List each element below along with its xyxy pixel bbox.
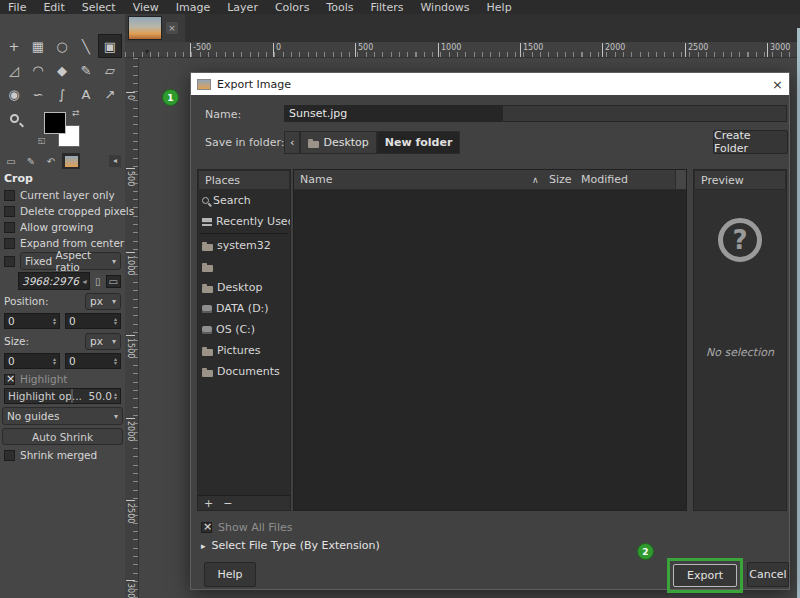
column-modified[interactable]: Modified [581, 173, 628, 186]
portrait-icon[interactable]: ▯ [95, 276, 101, 287]
checkbox[interactable] [4, 450, 15, 461]
option-current-layer-only[interactable]: Current layer only [0, 187, 125, 203]
tab-undo-history[interactable]: ↶ [42, 153, 60, 169]
zoom-tool[interactable] [2, 106, 26, 130]
landscape-icon[interactable]: ▭ [106, 275, 121, 288]
menu-select[interactable]: Select [82, 1, 116, 14]
menu-windows[interactable]: Windows [420, 1, 469, 14]
size-x-field[interactable]: 0 ▴▾ [4, 353, 60, 369]
close-icon[interactable]: × [772, 77, 783, 92]
file-list[interactable]: Name ∧ Size Modified [293, 169, 687, 511]
show-all-files-checkbox[interactable] [201, 522, 212, 533]
place-unnamed-folder[interactable] [198, 256, 290, 277]
place-documents[interactable]: Documents [198, 361, 290, 382]
breadcrumb-desktop-button[interactable]: Desktop [300, 131, 376, 154]
color-picker-tool[interactable]: ↗ [98, 82, 122, 106]
text-tool[interactable]: A [74, 82, 98, 106]
cancel-button[interactable]: Cancel [747, 562, 789, 587]
position-unit-dropdown[interactable]: px ▾ [85, 293, 121, 310]
spinner-icons[interactable]: ▴▾ [114, 357, 117, 365]
checkbox[interactable] [4, 190, 15, 201]
column-name[interactable]: Name [294, 173, 332, 186]
export-button[interactable]: Export [673, 564, 737, 587]
spinner-icons[interactable]: ▴▾ [114, 317, 117, 325]
places-header[interactable]: Places [198, 170, 290, 190]
smudge-tool[interactable]: ∽ [26, 82, 50, 106]
default-colors-icon[interactable]: ◱ [38, 136, 46, 145]
highlight-checkbox[interactable] [4, 374, 15, 385]
checkbox[interactable] [4, 206, 15, 217]
spinner-icons[interactable]: ▴▾ [114, 392, 117, 400]
move-tool[interactable]: + [2, 34, 26, 58]
tab-device-status[interactable]: ✎ [22, 153, 40, 169]
place-search[interactable]: Search [198, 190, 290, 211]
menu-help[interactable]: Help [487, 1, 512, 14]
dialog-title-bar[interactable]: Export Image × [191, 73, 789, 95]
tab-image-thumbnail[interactable] [62, 153, 80, 169]
swap-colors-icon[interactable]: ⇄ [72, 108, 80, 118]
create-folder-button[interactable]: Create Folder [713, 130, 788, 154]
size-y-field[interactable]: 0 ▴▾ [65, 353, 121, 369]
tab-tool-options[interactable]: ▭ [2, 153, 20, 169]
image-tab[interactable]: × [125, 14, 185, 42]
option-allow-growing[interactable]: Allow growing [0, 219, 125, 235]
breadcrumb-back-button[interactable]: ‹ [284, 131, 300, 154]
help-button[interactable]: Help [204, 562, 256, 587]
ruler-tick-label: 3000 [126, 580, 135, 598]
position-x-field[interactable]: 0 ▴▾ [4, 313, 60, 329]
column-size[interactable]: Size [549, 173, 572, 186]
paintbrush-tool[interactable]: ✎ [74, 58, 98, 82]
option-delete-cropped-pixels[interactable]: Delete cropped pixels [0, 203, 125, 219]
place-pictures[interactable]: Pictures [198, 340, 290, 361]
eraser-tool[interactable]: ▱ [98, 58, 122, 82]
tab-close-icon[interactable]: × [166, 22, 178, 34]
free-select-tool[interactable]: ○ [50, 34, 74, 58]
menu-image[interactable]: Image [176, 1, 210, 14]
menu-filters[interactable]: Filters [370, 1, 403, 14]
fixed-checkbox[interactable] [4, 256, 15, 267]
bucket-fill-tool[interactable]: ◆ [50, 58, 74, 82]
menu-tools[interactable]: Tools [326, 1, 353, 14]
place-data-drive[interactable]: DATA (D:) [198, 298, 290, 319]
spinner-icons[interactable]: ▴▾ [53, 357, 56, 365]
option-highlight[interactable]: Highlight [0, 371, 125, 387]
guides-dropdown[interactable]: No guides ▾ [2, 407, 123, 425]
dock-menu-icon[interactable]: ◂ [109, 155, 121, 167]
remove-place-button[interactable]: − [223, 497, 232, 510]
transform-tool[interactable]: ◿ [2, 58, 26, 82]
clone-tool[interactable]: ◉ [2, 82, 26, 106]
file-type-expander[interactable]: ▸ Select File Type (By Extension) [201, 539, 380, 552]
image-thumbnail [128, 16, 162, 40]
foreground-color-swatch[interactable] [44, 112, 66, 134]
option-shrink-merged[interactable]: Shrink merged [0, 447, 125, 463]
checkbox[interactable] [4, 222, 15, 233]
show-all-files-option[interactable]: Show All Files [201, 521, 292, 534]
place-system32[interactable]: system32 [198, 235, 290, 256]
auto-shrink-button[interactable]: Auto Shrink [2, 428, 123, 445]
menu-view[interactable]: View [133, 1, 159, 14]
fixed-aspect-dropdown[interactable]: Fixed Aspect ratio ▾ [20, 252, 121, 270]
spinner-icons[interactable]: ▴▾ [53, 317, 56, 325]
add-place-button[interactable]: + [204, 497, 213, 510]
warp-tool[interactable]: ◠ [26, 58, 50, 82]
paths-tool[interactable]: ∫ [50, 82, 74, 106]
menu-edit[interactable]: Edit [43, 1, 64, 14]
size-unit-dropdown[interactable]: px ▾ [85, 333, 121, 350]
filename-input[interactable]: Sunset.jpg [284, 105, 787, 122]
fuzzy-select-tool[interactable]: ╲ [74, 34, 98, 58]
place-desktop[interactable]: Desktop [198, 277, 290, 298]
highlight-opacity-slider[interactable]: Highlight op... 50.0 ▴▾ [4, 388, 121, 404]
crop-tool[interactable]: ▣ [98, 34, 122, 58]
menu-file[interactable]: File [8, 1, 26, 14]
aspect-ratio-field[interactable]: 3968:2976 ◂ [18, 272, 90, 290]
menu-colors[interactable]: Colors [275, 1, 309, 14]
position-y-field[interactable]: 0 ▴▾ [65, 313, 121, 329]
checkbox[interactable] [4, 238, 15, 249]
menu-layer[interactable]: Layer [227, 1, 258, 14]
rectangle-select-tool[interactable]: ▦ [26, 34, 50, 58]
place-label: Pictures [217, 344, 261, 357]
place-os-drive[interactable]: OS (C:) [198, 319, 290, 340]
place-recently-used[interactable]: Recently Used [198, 211, 290, 232]
breadcrumb-new-folder-button[interactable]: New folder [377, 131, 461, 154]
ratio-clear-icon[interactable]: ◂ [82, 277, 86, 286]
